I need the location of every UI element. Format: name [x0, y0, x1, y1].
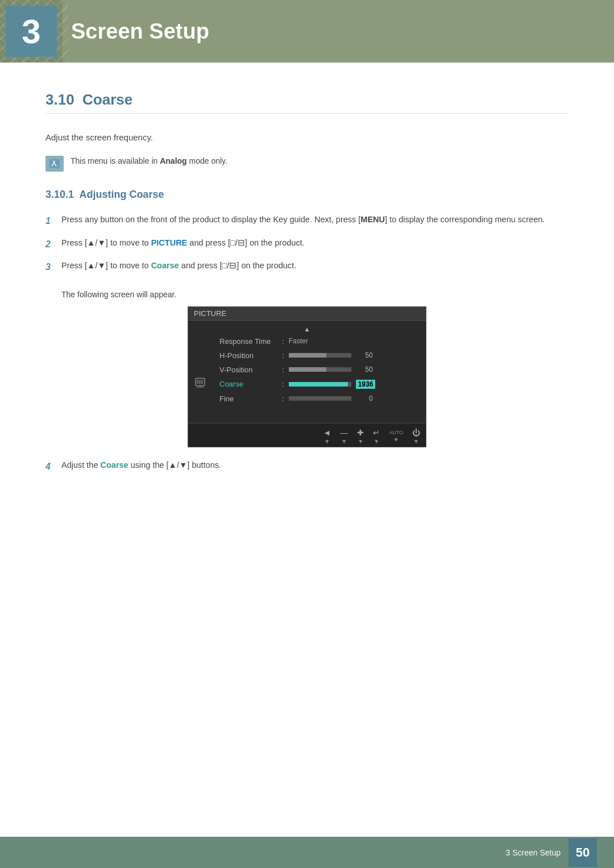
note-analog-bold: Analog	[160, 156, 186, 165]
step-text-1: Press any button on the front of the pro…	[61, 213, 569, 226]
note-text: This menu is available in Analog mode on…	[70, 155, 227, 167]
ctrl-power: ⏻ ▼	[412, 428, 420, 445]
ctrl-enter: ↵ ▼	[373, 428, 380, 445]
subsection-heading: 3.10.1 Adjusting Coarse	[45, 189, 569, 201]
monitor-controls: ◄ ▼ — ▼ ✚ ▼ ↵ ▼ AUTO ▼ ⏻ ▼	[188, 423, 426, 447]
menu-item-fine: Fine : 0	[188, 392, 426, 406]
svg-rect-6	[199, 380, 201, 384]
section-description: Adjust the screen frequency.	[45, 131, 569, 144]
monitor-spacer	[188, 406, 426, 423]
sub-note: The following screen will appear.	[61, 289, 569, 301]
coarse-bar-fill	[289, 382, 349, 387]
section-heading: 3.10 Coarse	[45, 91, 569, 114]
coarse-bar-container: 1936	[289, 380, 418, 389]
step-num-2: 2	[45, 236, 56, 252]
coarse-label: Coarse	[219, 380, 282, 388]
svg-rect-4	[196, 387, 204, 388]
ctrl-plus: ✚ ▼	[357, 428, 364, 445]
step-num-4: 4	[45, 459, 56, 474]
footer-section-label: 3 Screen Setup	[505, 848, 561, 857]
step-num-1: 1	[45, 213, 56, 229]
monitor-body: ▲ Response Time : Faster H-Position : 50	[188, 321, 426, 423]
menu-item-vposition: V-Position : 50	[188, 363, 426, 377]
steps-list: 1 Press any button on the front of the p…	[45, 213, 569, 275]
response-time-label: Response Time	[219, 337, 282, 346]
step-1: 1 Press any button on the front of the p…	[45, 213, 569, 229]
vposition-bar-bg	[289, 367, 351, 372]
pencil-icon	[48, 158, 61, 169]
fine-value: 0	[356, 394, 373, 402]
svg-point-1	[53, 161, 55, 163]
menu-item-coarse: Coarse : 1936	[188, 377, 426, 392]
note-icon	[45, 156, 64, 172]
chapter-title: Screen Setup	[71, 19, 209, 44]
step-text-3: Press [▲/▼] to move to Coarse and press …	[61, 259, 569, 272]
menu-item-response-time: Response Time : Faster	[188, 334, 426, 348]
hposition-bar-container: 50	[289, 351, 418, 359]
coarse-value: 1936	[356, 380, 376, 389]
coarse-bar-bg	[289, 382, 351, 387]
fine-bar-container: 0	[289, 394, 418, 402]
response-time-value: Faster	[289, 337, 308, 345]
header-banner: 3 Screen Setup	[0, 0, 614, 63]
main-content: 3.10 Coarse Adjust the screen frequency.…	[0, 63, 614, 519]
chapter-number: 3	[22, 12, 40, 51]
hposition-label: H-Position	[219, 351, 282, 360]
step-2: 2 Press [▲/▼] to move to PICTURE and pre…	[45, 236, 569, 252]
hposition-bar-bg	[289, 353, 351, 358]
vposition-bar-container: 50	[289, 366, 418, 373]
svg-rect-7	[201, 380, 203, 384]
chapter-number-box: 3	[6, 6, 57, 57]
footer: 3 Screen Setup 50	[0, 837, 614, 868]
step-4: 4 Adjust the Coarse using the [▲/▼] butt…	[45, 459, 569, 474]
ctrl-auto: AUTO ▼	[389, 430, 403, 443]
monitor-header: PICTURE	[188, 307, 426, 321]
menu-item-hposition: H-Position : 50	[188, 348, 426, 363]
fine-bar-bg	[289, 396, 351, 401]
monitor-side-icon	[195, 377, 205, 391]
step-3: 3 Press [▲/▼] to move to Coarse and pres…	[45, 259, 569, 275]
ctrl-minus: — ▼	[340, 428, 348, 445]
note-box: This menu is available in Analog mode on…	[45, 155, 569, 172]
step-text-4: Adjust the Coarse using the [▲/▼] button…	[61, 459, 569, 472]
monitor-top-arrow: ▲	[188, 324, 426, 334]
vposition-value: 50	[356, 366, 373, 373]
vposition-bar-fill	[289, 367, 326, 372]
hposition-bar-fill	[289, 353, 326, 358]
step-num-3: 3	[45, 259, 56, 275]
ctrl-left: ◄ ▼	[323, 428, 331, 445]
vposition-label: V-Position	[219, 366, 282, 374]
step-text-2: Press [▲/▼] to move to PICTURE and press…	[61, 236, 569, 250]
fine-label: Fine	[219, 394, 282, 403]
hposition-value: 50	[356, 351, 373, 359]
monitor-screenshot: PICTURE ▲ Response Time : Faster H-Posit…	[188, 306, 426, 447]
footer-page-number: 50	[569, 838, 597, 867]
svg-rect-5	[197, 380, 198, 384]
